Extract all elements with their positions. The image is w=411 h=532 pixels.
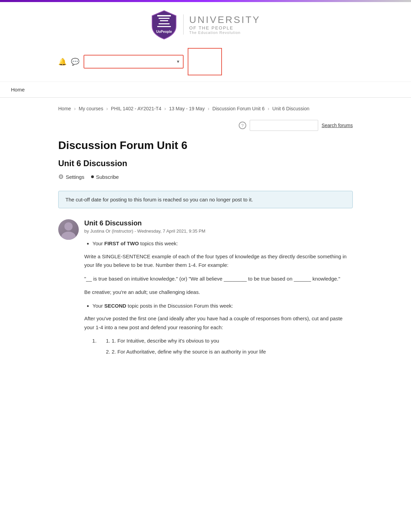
svg-point-6 xyxy=(64,222,73,231)
breadcrumb-discussion[interactable]: Unit 6 Discussion xyxy=(272,106,309,111)
second-bullet-item: Your SECOND topic posts in the Discussio… xyxy=(92,301,353,310)
svg-rect-3 xyxy=(159,23,170,24)
breadcrumb-home[interactable]: Home xyxy=(58,106,71,111)
second-bullet-text: Your xyxy=(92,303,104,309)
nav-search-wrapper[interactable]: ▼ xyxy=(84,55,184,69)
logo-tagline: The Education Revolution xyxy=(189,30,260,35)
svg-rect-0 xyxy=(157,15,171,16)
post-meta: by Justina Or (Instructor) - Wednesday, … xyxy=(84,228,353,234)
breadcrumb: Home › My courses › PHIL 1402 - AY2021-T… xyxy=(58,104,353,113)
logo-text: UNIVERSITY OF THE PEOPLE The Education R… xyxy=(183,14,260,35)
svg-point-7 xyxy=(61,232,76,240)
first-bullet-text: Your xyxy=(92,240,104,246)
site-header: UoPeople UNIVERSITY OF THE PEOPLE The Ed… xyxy=(0,2,411,82)
breadcrumb-sep-3: › xyxy=(164,106,166,111)
forum-search-row: ? Search forums xyxy=(58,120,353,131)
main-navigation: Home xyxy=(0,82,411,98)
breadcrumb-forum[interactable]: Discussion Forum Unit 6 xyxy=(212,106,265,111)
post-title: Unit 6 Discussion xyxy=(84,219,353,227)
paragraph-4: After you've posted the first one (and i… xyxy=(84,314,353,332)
paragraph-2: "__ is true based on intuitive knowledge… xyxy=(84,274,353,283)
breadcrumb-sep-2: › xyxy=(106,106,108,111)
avatar xyxy=(58,219,79,240)
forum-search-button[interactable]: Search forums xyxy=(322,123,353,128)
page-title: Discussion Forum Unit 6 xyxy=(58,139,353,152)
chat-icon[interactable]: 💬 xyxy=(71,58,79,66)
user-profile-box[interactable] xyxy=(188,48,222,75)
nav-search-dropdown-icon[interactable]: ▼ xyxy=(173,59,183,64)
bullet-dot-icon xyxy=(91,175,94,178)
settings-link[interactable]: ⚙ Settings xyxy=(58,173,84,181)
content-wrapper: Home › My courses › PHIL 1402 - AY2021-T… xyxy=(45,98,366,374)
svg-rect-4 xyxy=(157,26,171,27)
first-bullet-item: Your FIRST of TWO topics this week: xyxy=(92,239,353,248)
logo-shield-icon: UoPeople xyxy=(150,9,178,40)
logo-of-the-people: OF THE PEOPLE xyxy=(189,25,260,30)
logo-university-name: UNIVERSITY xyxy=(189,14,260,25)
nav-search-input[interactable] xyxy=(84,55,173,68)
first-bullet-bold: FIRST of TWO xyxy=(104,240,139,246)
bell-icon[interactable]: 🔔 xyxy=(58,58,67,66)
forum-actions: ⚙ Settings Subscribe xyxy=(58,173,353,181)
paragraph-1: Write a SINGLE-SENTENCE example of each … xyxy=(84,252,353,270)
numbered-list: 1. For Intuitive, describe why it's obvi… xyxy=(98,336,353,356)
numbered-item-1: 1. For Intuitive, describe why it's obvi… xyxy=(98,336,353,356)
gear-icon: ⚙ xyxy=(58,173,64,181)
second-bullet-after: topic posts in the Discussion Forum this… xyxy=(126,303,233,309)
subscribe-link[interactable]: Subscribe xyxy=(91,174,119,180)
breadcrumb-week[interactable]: 13 May - 19 May xyxy=(169,106,204,111)
svg-rect-2 xyxy=(160,20,168,21)
breadcrumb-course[interactable]: PHIL 1402 - AY2021-T4 xyxy=(111,106,161,111)
inner-list: 1. For Intuitive, describe why it's obvi… xyxy=(112,336,353,356)
cutoff-notice: The cut-off date for posting to this for… xyxy=(58,191,353,208)
breadcrumb-mycourses[interactable]: My courses xyxy=(79,106,103,111)
post-body: Your FIRST of TWO topics this week: Writ… xyxy=(84,239,353,356)
nav-home-link[interactable]: Home xyxy=(7,82,29,97)
post-container: Unit 6 Discussion by Justina Or (Instruc… xyxy=(58,219,353,360)
breadcrumb-sep-4: › xyxy=(208,106,210,111)
svg-text:UoPeople: UoPeople xyxy=(156,30,172,34)
second-bullet-bold: SECOND xyxy=(104,303,126,309)
first-bullet-after: topics this week: xyxy=(139,240,178,246)
settings-label: Settings xyxy=(66,174,84,180)
logo-area: UoPeople UNIVERSITY OF THE PEOPLE The Ed… xyxy=(150,9,260,40)
forum-subtitle: Unit 6 Discussion xyxy=(58,159,353,168)
post-body-wrapper: Unit 6 Discussion by Justina Or (Instruc… xyxy=(84,219,353,360)
forum-search-help-icon[interactable]: ? xyxy=(239,122,246,129)
paragraph-3: Be creative; you're an adult; use challe… xyxy=(84,288,353,297)
nav-bar: 🔔 💬 ▼ xyxy=(51,45,360,78)
inner-item-1: 1. For Intuitive, describe why it's obvi… xyxy=(112,336,353,345)
subscribe-label: Subscribe xyxy=(96,174,119,180)
breadcrumb-sep-1: › xyxy=(74,106,76,111)
svg-rect-1 xyxy=(159,18,170,19)
breadcrumb-sep-5: › xyxy=(268,106,270,111)
forum-search-input[interactable] xyxy=(250,120,318,131)
avatar-image xyxy=(58,219,79,240)
inner-item-2: 2. For Authoritative, define why the sou… xyxy=(112,347,353,356)
